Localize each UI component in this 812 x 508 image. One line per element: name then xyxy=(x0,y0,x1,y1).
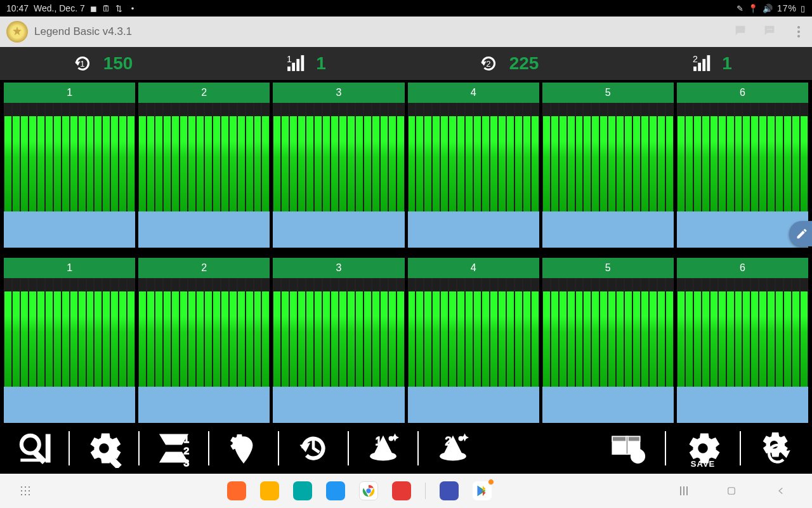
toolbar-separator xyxy=(417,431,419,465)
signal-bar xyxy=(172,278,179,387)
nav-home-button[interactable] xyxy=(726,485,737,497)
signal-bar xyxy=(560,103,566,211)
svg-text:2: 2 xyxy=(445,434,452,448)
signal-bar xyxy=(568,278,575,387)
signal-bar xyxy=(356,278,363,387)
dock-app-play-store[interactable] xyxy=(473,481,492,500)
wizard-2-icon[interactable]: 2 xyxy=(428,427,478,470)
search-zoom-icon[interactable] xyxy=(9,427,60,470)
settings-tool-icon[interactable] xyxy=(79,427,129,470)
dock-app-app-3[interactable] xyxy=(293,481,312,500)
notes-icon[interactable] xyxy=(733,23,747,40)
signal-bar xyxy=(735,103,742,211)
channel-cell[interactable]: 3 xyxy=(273,83,404,248)
svg-rect-12 xyxy=(703,59,706,71)
signal-bar xyxy=(54,103,61,211)
signal-bar xyxy=(213,278,220,387)
app-bar: Legend Basic v4.3.1 xyxy=(0,17,812,47)
info-card-icon[interactable]: i xyxy=(603,427,653,470)
signal-bar xyxy=(457,103,464,211)
signal-bar xyxy=(466,278,473,387)
app-drawer-button[interactable] xyxy=(13,485,38,497)
signal-bar xyxy=(801,103,808,211)
signal-bar xyxy=(397,103,404,211)
metric-history-1[interactable]: 1 150 xyxy=(0,51,203,76)
signal-bar xyxy=(323,103,330,211)
channel-bars xyxy=(138,278,270,387)
channel-cell[interactable]: 5 xyxy=(542,83,674,248)
history-2-icon: 2 xyxy=(476,51,501,76)
signal-bar xyxy=(532,278,539,387)
nav-recents-button[interactable] xyxy=(680,486,688,495)
settings-sync-icon[interactable] xyxy=(752,427,803,470)
history-icon[interactable] xyxy=(288,427,339,470)
signal-bar xyxy=(678,278,684,387)
channel-cell[interactable]: 2 xyxy=(138,258,270,423)
dock-app-app-4[interactable] xyxy=(326,481,345,500)
channel-header: 5 xyxy=(542,258,674,278)
metric-signal-1[interactable]: 1 1 xyxy=(203,51,406,76)
location-gear-icon[interactable] xyxy=(218,427,269,470)
signal-bar xyxy=(409,103,416,211)
rows-split-icon[interactable]: 123 xyxy=(148,427,199,470)
channel-cell[interactable]: 4 xyxy=(408,258,539,423)
channel-body xyxy=(4,278,135,423)
edit-fab-button[interactable] xyxy=(789,221,812,246)
signal-bar xyxy=(262,278,269,387)
dock-app-app-6[interactable] xyxy=(392,481,411,500)
signal-bar xyxy=(710,103,717,211)
channel-cell[interactable]: 4 xyxy=(408,83,539,248)
channel-cell[interactable]: 6 xyxy=(677,83,808,248)
signal-bar xyxy=(576,278,583,387)
signal-bar xyxy=(576,103,583,211)
signal-2-icon: 2 xyxy=(689,51,713,76)
signal-bar xyxy=(650,278,657,387)
dock-app-app-1[interactable] xyxy=(227,481,246,500)
signal-bar xyxy=(592,278,599,387)
signal-bar xyxy=(568,103,575,211)
signal-bar xyxy=(735,278,742,387)
channel-header: 3 xyxy=(273,83,404,103)
signal-bar xyxy=(306,103,313,211)
signal-bar xyxy=(801,278,808,387)
signal-bar xyxy=(95,103,102,211)
dock-app-app-2[interactable] xyxy=(260,481,279,500)
save-gear-icon[interactable]: SAVE xyxy=(678,427,728,470)
dock-app-chrome[interactable] xyxy=(359,481,378,500)
toolbar-separator xyxy=(138,431,140,465)
signal-bar xyxy=(87,103,94,211)
signal-bar xyxy=(694,103,701,211)
overflow-icon[interactable] xyxy=(792,24,806,39)
wizard-1-icon[interactable]: 1 xyxy=(358,427,409,470)
signal-bar xyxy=(128,103,134,211)
signal-bar xyxy=(658,103,665,211)
toolbar-separator xyxy=(665,431,666,465)
signal-bar xyxy=(29,278,36,387)
signal-bar xyxy=(348,278,355,387)
nav-back-button[interactable] xyxy=(775,485,787,497)
signal-bar xyxy=(792,103,799,211)
svg-point-25 xyxy=(440,452,466,460)
signal-bar xyxy=(230,278,237,387)
signal-bar xyxy=(441,278,448,387)
signal-bar xyxy=(62,278,69,387)
channel-cell[interactable]: 2 xyxy=(138,83,270,248)
channel-cell[interactable]: 5 xyxy=(542,258,674,423)
status-calendar-icon: 🗓 xyxy=(102,4,110,13)
channel-cell[interactable]: 6 xyxy=(677,258,808,423)
chat-icon[interactable] xyxy=(763,23,776,40)
svg-text:1: 1 xyxy=(287,54,292,64)
signal-bar xyxy=(197,278,204,387)
dock-app-app-7[interactable] xyxy=(440,481,459,500)
signal-bar xyxy=(188,278,195,387)
grid-row: 123456 xyxy=(4,258,808,423)
android-status-bar: 10:47 Wed., Dec. 7 ◼ 🗓 ⇅ ✎ 📍 🔊 17% ▯ xyxy=(0,0,812,17)
channel-cell[interactable]: 3 xyxy=(273,258,404,423)
metric-history-2[interactable]: 2 225 xyxy=(406,51,609,76)
signal-bar xyxy=(641,103,648,211)
metric-signal-2[interactable]: 2 1 xyxy=(609,51,812,76)
svg-text:2: 2 xyxy=(184,445,190,456)
channel-cell[interactable]: 1 xyxy=(4,258,135,423)
svg-text:3: 3 xyxy=(184,457,190,468)
channel-cell[interactable]: 1 xyxy=(4,83,135,248)
